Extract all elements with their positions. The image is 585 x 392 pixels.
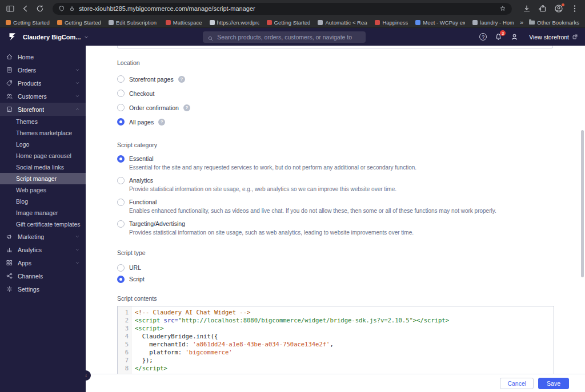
save-button[interactable]: Save bbox=[538, 378, 569, 389]
screen: store-xiouhbt285.mybigcommerce.com/manag… bbox=[0, 0, 585, 392]
bookmark-label: Getting Started bbox=[274, 19, 311, 26]
radio-unselected[interactable] bbox=[117, 75, 125, 83]
store-name: Claudery BigCom... bbox=[23, 34, 81, 41]
partial-input-field[interactable] bbox=[117, 46, 553, 49]
radio-unselected[interactable] bbox=[117, 177, 125, 184]
address-bar[interactable]: store-xiouhbt285.mybigcommerce.com/manag… bbox=[53, 3, 512, 15]
sidebar-item-themes[interactable]: Themes bbox=[0, 116, 86, 127]
extensions-icon[interactable] bbox=[538, 4, 547, 13]
bookmark-label: Edit Subscription "S... bbox=[116, 19, 158, 26]
radio-selected[interactable] bbox=[117, 118, 125, 126]
help-icon[interactable]: ? bbox=[479, 33, 487, 41]
search-icon bbox=[207, 34, 214, 40]
back-icon[interactable] bbox=[21, 4, 30, 13]
bookmark-item[interactable]: Happiness bbox=[375, 19, 408, 26]
sidebar-item-storefront[interactable]: Storefront bbox=[0, 103, 86, 116]
sidebar-item-logo[interactable]: Logo bbox=[0, 139, 86, 150]
location-label: Location bbox=[117, 59, 585, 66]
help-icon[interactable]: ? bbox=[158, 119, 165, 126]
radio-label: Storefront pages bbox=[129, 76, 174, 83]
sidebar-item-customers[interactable]: Customers bbox=[0, 90, 86, 103]
sidebar-item-products[interactable]: Products bbox=[0, 76, 86, 90]
bookmark-item[interactable]: https://en.wordpres... bbox=[210, 19, 259, 26]
search-input[interactable] bbox=[217, 34, 361, 41]
store-switcher[interactable]: Claudery BigCom... bbox=[23, 34, 89, 41]
global-search[interactable] bbox=[203, 31, 366, 43]
sidebar-item-social-media-links[interactable]: Social media links bbox=[0, 161, 86, 173]
bookmark-item[interactable]: Automattic < Reader... bbox=[318, 19, 367, 26]
download-icon[interactable] bbox=[522, 4, 531, 13]
apps-icon bbox=[6, 259, 13, 266]
favicon bbox=[210, 20, 215, 25]
browser-menu-icon[interactable] bbox=[570, 4, 579, 13]
line-number: 3 bbox=[118, 324, 129, 332]
url-text[interactable]: store-xiouhbt285.mybigcommerce.com/manag… bbox=[79, 5, 255, 12]
radio-unselected[interactable] bbox=[117, 220, 125, 228]
cancel-button[interactable]: Cancel bbox=[500, 378, 534, 389]
sidebar-item-apps[interactable]: Apps bbox=[0, 256, 86, 269]
sidebar-item-settings[interactable]: Settings bbox=[0, 282, 86, 296]
radio-unselected[interactable] bbox=[117, 104, 125, 111]
notifications-icon[interactable]: 3 bbox=[494, 33, 503, 41]
sidebar-item-image-manager[interactable]: Image manager bbox=[0, 207, 86, 219]
view-storefront-link[interactable]: View storefront bbox=[529, 34, 578, 41]
radio-option-url: URL bbox=[117, 262, 585, 273]
sidebar-item-analytics[interactable]: Analytics bbox=[0, 243, 86, 256]
reload-icon[interactable] bbox=[35, 4, 45, 13]
code-line: <!-- Claudery AI Chat Widget --> bbox=[135, 308, 554, 316]
other-bookmarks-button[interactable]: Other Bookmarks bbox=[529, 19, 579, 26]
radio-unselected[interactable] bbox=[117, 264, 125, 272]
favicon bbox=[57, 20, 62, 25]
help-icon[interactable]: ? bbox=[178, 76, 185, 83]
bookmark-item[interactable]: Getting Started bbox=[267, 19, 311, 26]
scrollbar-thumb[interactable] bbox=[581, 130, 584, 277]
bookmarks-overflow-icon[interactable]: » bbox=[520, 19, 523, 26]
script-form: Location Storefront pages?CheckoutOrder … bbox=[86, 46, 585, 392]
browser-toolbar: store-xiouhbt285.mybigcommerce.com/manag… bbox=[0, 0, 585, 17]
radio-selected[interactable] bbox=[117, 276, 125, 283]
help-icon[interactable]: ? bbox=[183, 104, 190, 111]
products-icon bbox=[6, 79, 13, 87]
script-type-options: URLScript bbox=[117, 262, 585, 285]
browser-profile-icon[interactable] bbox=[554, 4, 563, 13]
sidebar-item-label: Customers bbox=[18, 93, 47, 100]
sidebar-item-home-page-carousel[interactable]: Home page carousel bbox=[0, 150, 86, 161]
account-icon[interactable] bbox=[510, 33, 519, 41]
sidebar-item-label: Products bbox=[18, 80, 41, 87]
sidebar-item-blog[interactable]: Blog bbox=[0, 196, 86, 207]
sidebar-item-orders[interactable]: Orders bbox=[0, 63, 86, 76]
customers-icon bbox=[6, 92, 13, 100]
lock-icon[interactable] bbox=[69, 5, 75, 12]
sidebar-item-channels[interactable]: Channels bbox=[0, 269, 86, 282]
bookmark-label: Meet - WCPay exte... bbox=[423, 19, 465, 26]
favicon bbox=[109, 20, 114, 25]
bookmark-item[interactable]: Meet - WCPay exte... bbox=[415, 19, 465, 26]
app-header: Claudery BigCom... ? 3 View storefront bbox=[0, 28, 585, 46]
chevron-down-icon bbox=[83, 34, 89, 40]
shield-icon[interactable] bbox=[58, 5, 65, 12]
panel-icon[interactable] bbox=[6, 4, 15, 13]
radio-unselected[interactable] bbox=[117, 199, 125, 206]
sidebar-item-script-manager[interactable]: Script manager bbox=[0, 173, 86, 184]
sidebar-item-themes-marketplace[interactable]: Themes marketplace bbox=[0, 127, 86, 139]
analytics-icon bbox=[6, 246, 13, 253]
sidebar-item-gift-certificate-templates[interactable]: Gift certificate templates bbox=[0, 219, 86, 230]
bookmark-item[interactable]: Getting Started bbox=[6, 19, 50, 26]
bookmark-star-icon[interactable] bbox=[499, 5, 506, 12]
bookmark-item[interactable]: laundry - Homery bbox=[472, 19, 514, 26]
bookmark-label: https://en.wordpres... bbox=[217, 19, 259, 26]
radio-unselected[interactable] bbox=[117, 90, 125, 97]
sidebar-item-web-pages[interactable]: Web pages bbox=[0, 184, 86, 196]
radio-selected[interactable] bbox=[117, 155, 125, 163]
bigcommerce-logo[interactable] bbox=[6, 31, 18, 43]
marketing-icon bbox=[6, 233, 13, 240]
sidebar-item-marketing[interactable]: Marketing bbox=[0, 230, 86, 243]
notification-badge: 3 bbox=[500, 30, 506, 36]
header-actions: ? 3 bbox=[479, 33, 519, 41]
favicon bbox=[318, 20, 323, 25]
bookmark-item[interactable]: Matticspace bbox=[166, 19, 202, 26]
sidebar-item-label: Channels bbox=[18, 273, 43, 280]
bookmark-item[interactable]: Edit Subscription "S... bbox=[109, 19, 158, 26]
sidebar-item-home[interactable]: Home bbox=[0, 50, 86, 63]
bookmark-item[interactable]: Getting Started bbox=[57, 19, 101, 26]
